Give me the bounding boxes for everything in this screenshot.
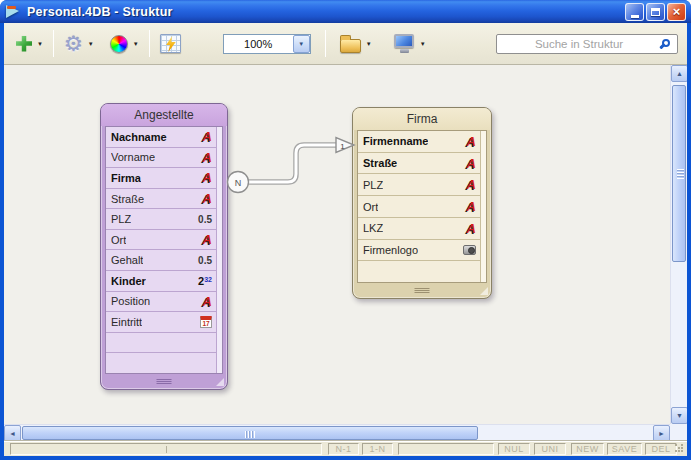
field-row[interactable]: StraßeA [358,153,486,175]
table-grip-icon[interactable] [157,379,172,384]
field-list-scrollbar[interactable] [480,131,486,282]
chevron-down-icon[interactable]: ▼ [133,41,139,47]
field-row[interactable]: PLZ0.5 [106,209,222,230]
zoom-dropdown-button[interactable]: ▼ [293,35,310,53]
field-row[interactable]: VornameA [106,148,222,169]
table-firma[interactable]: Firma FirmennameAStraßeAPLZAOrtALKZAFirm… [352,107,492,299]
minimize-button[interactable] [625,3,644,21]
table-title[interactable]: Firma [353,108,491,130]
horizontal-scroll-thumb[interactable] [22,426,478,440]
open-folder-icon [340,39,361,53]
window-body: ▼ ⚙ ▼ ▼ 100% ▼ ▼ [4,23,687,456]
scroll-up-button[interactable]: ▲ [671,65,687,82]
chevron-down-icon[interactable]: ▼ [37,41,43,47]
scroll-right-button[interactable]: ► [653,425,670,441]
date-type-icon: 17 [200,316,212,328]
close-button[interactable]: × [667,3,686,21]
field-row[interactable]: OrtA [106,230,222,251]
alpha-type-icon: A [203,171,212,184]
title-bar[interactable]: Personal.4DB - Struktur × [0,0,691,23]
colors-button[interactable]: ▼ [110,35,139,53]
field-row[interactable]: NachnameA [106,127,222,148]
scroll-left-button[interactable]: ◄ [4,425,21,441]
toolbar-separator [53,30,54,57]
maximize-button[interactable] [646,3,665,21]
field-row[interactable]: LKZA [358,218,486,240]
table-resize-handle[interactable] [480,287,488,295]
horizontal-scrollbar[interactable]: ◄ ► [4,424,670,441]
empty-field-row[interactable] [106,353,222,373]
field-label: Straße [111,193,144,205]
table-grip-icon[interactable] [415,288,430,293]
field-label: Position [111,295,150,307]
app-4d-icon [5,4,22,19]
relation-1n-button[interactable]: 1-N [362,443,393,455]
field-label: Nachname [111,131,167,143]
status-panel-divider [166,446,167,453]
field-list-scrollbar[interactable] [216,127,222,373]
relation-many-label: N [235,178,242,188]
field-row[interactable]: PLZA [358,174,486,196]
table-field-list: FirmennameAStraßeAPLZAOrtALKZAFirmenlogo [357,130,487,283]
settings-button[interactable]: ⚙ ▼ [64,34,94,54]
relation-n1-button[interactable]: N-1 [328,443,359,455]
zoom-combobox[interactable]: 100% ▼ [223,34,311,54]
search-icon[interactable] [662,39,670,47]
chevron-down-icon[interactable]: ▼ [88,41,94,47]
long-type-icon: 232 [198,275,212,287]
vertical-scrollbar[interactable]: ▲ ▼ [670,65,687,424]
table-resize-handle[interactable] [216,378,224,386]
field-row[interactable]: Gehalt0.5 [106,250,222,271]
field-row[interactable]: Eintritt17 [106,312,222,333]
open-button[interactable]: ▼ [340,35,372,53]
search-box [496,34,678,54]
save-button[interactable]: SAVE [607,443,642,455]
new-button[interactable]: NEW [571,443,604,455]
search-input[interactable] [496,34,678,54]
display-button[interactable]: ▼ [394,34,426,53]
field-label: Firmenlogo [363,244,418,256]
table-title[interactable]: Angestellte [101,104,227,126]
app-window: Personal.4DB - Struktur × ▼ ⚙ ▼ ▼ [0,0,691,460]
field-row[interactable]: StraßeA [106,189,222,210]
alpha-type-icon: A [467,157,476,170]
scroll-down-button[interactable]: ▼ [671,407,687,424]
relation-line[interactable] [249,145,337,182]
field-row[interactable]: Kinder232 [106,271,222,292]
events-button[interactable] [160,34,181,53]
alpha-type-icon: A [467,222,476,235]
table-angestellte[interactable]: Angestellte NachnameAVornameAFirmaAStraß… [100,103,228,390]
chevron-down-icon[interactable]: ▼ [366,41,372,47]
field-row[interactable]: PositionA [106,292,222,313]
resize-grip-icon[interactable] [674,443,685,454]
status-panel [10,443,322,455]
field-label: Ort [111,234,126,246]
field-row[interactable]: FirmaA [106,168,222,189]
field-row[interactable]: OrtA [358,196,486,218]
table-footer [102,375,226,388]
toolbar-separator [149,30,150,57]
arrow-down-icon: ▼ [676,412,683,419]
real-type-icon: 0.5 [198,255,212,266]
field-row[interactable]: Firmenlogo [358,240,486,262]
uni-button[interactable]: UNI [534,443,566,455]
chevron-down-icon[interactable]: ▼ [420,41,426,47]
empty-field-row[interactable] [106,333,222,354]
nul-button[interactable]: NUL [498,443,530,455]
alpha-type-icon: A [203,233,212,246]
field-label: Ort [363,201,378,213]
field-row[interactable]: FirmennameA [358,131,486,153]
status-bar: N-1 1-N NUL UNI NEW SAVE DEL [4,441,687,456]
vertical-scroll-thumb[interactable] [672,85,686,262]
alpha-type-icon: A [203,192,212,205]
relation-many-end[interactable] [228,172,249,193]
arrow-up-icon: ▲ [676,70,683,77]
display-monitor-icon [394,34,415,53]
structure-canvas[interactable]: Angestellte NachnameAVornameAFirmaAStraß… [4,65,670,424]
del-button[interactable]: DEL [645,443,677,455]
maximize-icon [651,8,660,16]
table-footer [354,284,490,297]
add-button[interactable]: ▼ [16,36,43,52]
field-label: Kinder [111,275,146,287]
empty-field-row[interactable] [358,261,486,282]
